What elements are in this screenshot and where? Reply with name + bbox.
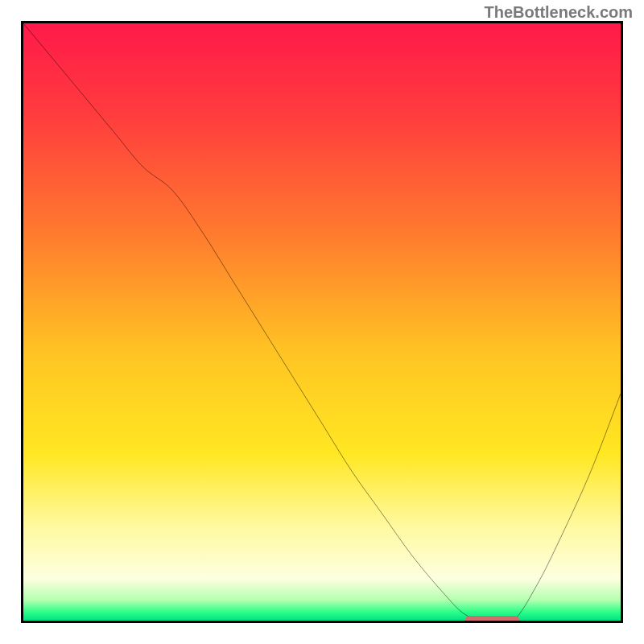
watermark-text: TheBottleneck.com [485, 3, 633, 22]
chart-area [21, 21, 623, 623]
optimal-range-marker [465, 616, 519, 623]
bottleneck-curve [23, 23, 621, 621]
